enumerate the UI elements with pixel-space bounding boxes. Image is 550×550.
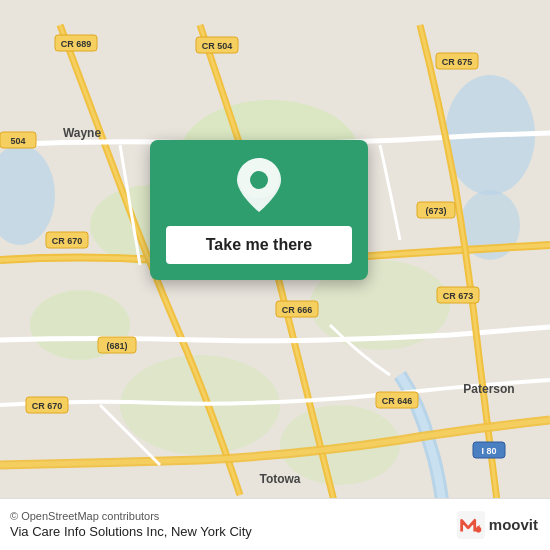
svg-text:504: 504	[10, 136, 25, 146]
svg-text:CR 646: CR 646	[382, 396, 413, 406]
company-name: Via Care Info Solutions Inc, New York Ci…	[10, 524, 457, 539]
svg-text:(681): (681)	[106, 341, 127, 351]
location-card: Take me there	[150, 140, 368, 280]
svg-text:CR 673: CR 673	[443, 291, 474, 301]
bottom-info: © OpenStreetMap contributors Via Care In…	[10, 510, 457, 539]
svg-text:CR 670: CR 670	[32, 401, 63, 411]
svg-text:Totowa: Totowa	[259, 472, 300, 486]
svg-text:Paterson: Paterson	[463, 382, 514, 396]
attribution-text: © OpenStreetMap contributors	[10, 510, 159, 522]
svg-text:Wayne: Wayne	[63, 126, 102, 140]
take-me-there-button[interactable]: Take me there	[166, 226, 352, 264]
svg-text:I 80: I 80	[481, 446, 496, 456]
svg-text:(673): (673)	[425, 206, 446, 216]
svg-text:CR 666: CR 666	[282, 305, 313, 315]
svg-text:CR 675: CR 675	[442, 57, 473, 67]
svg-text:CR 504: CR 504	[202, 41, 233, 51]
svg-text:CR 689: CR 689	[61, 39, 92, 49]
moovit-logo: moovit	[457, 511, 538, 539]
map-container: CR 689 CR 504 CR 675 504 Wayne CR 670 (6…	[0, 0, 550, 550]
bottom-bar: © OpenStreetMap contributors Via Care In…	[0, 498, 550, 550]
map-pin-icon	[237, 158, 281, 212]
svg-point-38	[250, 171, 268, 189]
svg-text:CR 670: CR 670	[52, 236, 83, 246]
moovit-icon	[457, 511, 485, 539]
moovit-text: moovit	[489, 516, 538, 533]
